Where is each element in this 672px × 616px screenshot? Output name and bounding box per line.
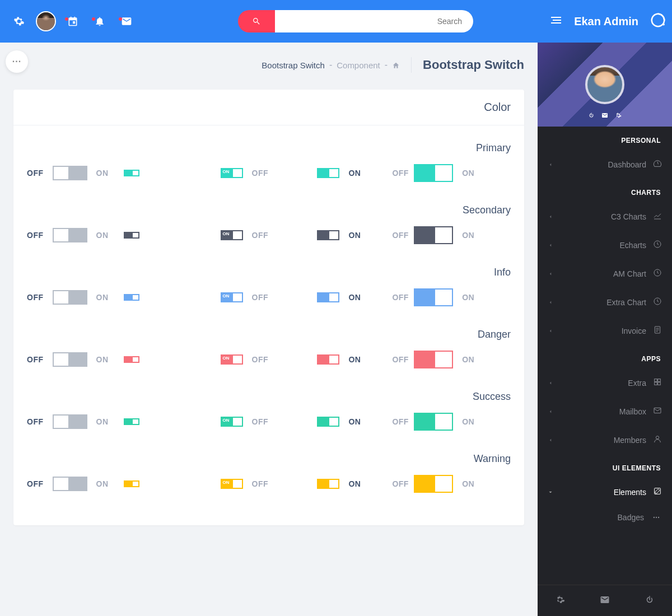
switch-knob [133, 419, 138, 424]
sidebar-item-extra[interactable]: Extra [538, 368, 672, 397]
bell-icon[interactable] [86, 8, 113, 35]
switch-toggle[interactable] [53, 352, 87, 367]
switch-toggle[interactable] [317, 417, 339, 427]
sidebar-item-invoice[interactable]: Invoice [538, 316, 672, 345]
switch-toggle[interactable] [53, 477, 87, 491]
switch-cell [124, 356, 221, 363]
sidebar-label: Mailbox [619, 407, 646, 416]
switch-toggle[interactable]: ON [221, 230, 243, 240]
switch-toggle[interactable] [414, 164, 453, 182]
switch-toggle[interactable] [317, 230, 339, 240]
main-content: ··· Bootstrap Switch - Component - Boots… [0, 43, 538, 616]
section-title: Danger [27, 329, 511, 340]
switch-toggle[interactable] [414, 226, 453, 244]
chevron-left-icon [548, 379, 553, 388]
switch-label: ON [348, 169, 361, 178]
more-fab-button[interactable]: ··· [6, 50, 28, 73]
switch-label: ON [348, 355, 361, 364]
switch-label: ON [348, 479, 361, 488]
switch-cell: OFFON [27, 352, 124, 367]
switch-toggle[interactable] [124, 480, 139, 487]
sidebar-item-mailbox[interactable]: Mailbox [538, 397, 672, 426]
switch-toggle[interactable] [317, 168, 339, 178]
search-button[interactable] [238, 10, 275, 32]
switch-toggle[interactable] [53, 166, 87, 180]
clock-icon [653, 297, 662, 307]
mail-small-icon[interactable] [601, 111, 608, 121]
search-input[interactable] [275, 10, 473, 32]
settings-icon[interactable] [6, 8, 32, 35]
switch-knob [133, 171, 138, 175]
switch-label: ON [96, 169, 109, 178]
sidebar-label: Extra [628, 379, 646, 388]
svg-rect-9 [658, 382, 661, 385]
sidebar-item-members[interactable]: Members [538, 426, 672, 454]
switch-toggle[interactable] [53, 414, 87, 429]
switch-toggle[interactable] [414, 351, 453, 368]
switch-cell: OFFON [27, 290, 124, 305]
switch-cell: ON [414, 226, 511, 244]
switch-label: ON [96, 479, 109, 488]
switch-toggle[interactable]: ON [221, 354, 243, 365]
switch-toggle[interactable]: ON [221, 168, 243, 178]
sidebar-item-elements[interactable]: Elements [538, 478, 672, 506]
switch-toggle[interactable] [317, 292, 339, 302]
switch-label: ON [462, 417, 474, 426]
menu-icon[interactable] [549, 13, 563, 29]
switch-cell: ONOFF [221, 354, 318, 365]
group-personal: PERSONAL [538, 127, 672, 150]
calendar-icon[interactable] [59, 8, 86, 35]
switch-toggle[interactable] [414, 288, 453, 306]
switch-knob [329, 231, 338, 239]
switch-toggle[interactable] [53, 290, 87, 305]
gear-icon[interactable] [555, 595, 565, 607]
chevron-left-icon [548, 298, 553, 307]
switch-toggle[interactable] [317, 354, 339, 365]
switch-toggle[interactable] [124, 232, 139, 239]
switch-toggle[interactable]: ON [221, 479, 243, 489]
gear-small-icon[interactable] [615, 111, 622, 121]
user-avatar-large[interactable] [585, 65, 624, 104]
power-icon[interactable] [588, 111, 595, 121]
sidebar-item-c3[interactable]: C3 Charts [538, 202, 672, 231]
switch-toggle[interactable]: ON [221, 417, 243, 427]
switch-toggle[interactable] [124, 356, 139, 363]
page-header: Bootstrap Switch - Component - Bootstrap… [13, 54, 524, 76]
group-charts: CHARTS [538, 179, 672, 202]
sidebar-item-am[interactable]: AM Chart [538, 259, 672, 288]
brand-logo-icon[interactable] [650, 12, 666, 31]
switch-label: OFF [27, 479, 44, 488]
sidebar-item-extrac[interactable]: Extra Chart [538, 288, 672, 316]
switch-cell: ONOFF [221, 417, 318, 427]
switch-toggle[interactable]: ON [221, 292, 243, 302]
breadcrumb-item[interactable]: Bootstrap Switch [262, 60, 325, 70]
sidebar-item-dashboard[interactable]: Dashboard [538, 150, 672, 179]
switch-cell: OFFON [27, 414, 124, 429]
header-left-icons [6, 8, 140, 35]
switch-cell [124, 418, 221, 425]
switch-toggle[interactable] [124, 294, 139, 301]
breadcrumb-item[interactable]: Component [337, 60, 380, 70]
sidebar-item-echarts[interactable]: Echarts [538, 231, 672, 259]
switch-label: OFF [392, 479, 409, 488]
switch-toggle[interactable] [414, 413, 453, 431]
switch-label: OFF [27, 293, 44, 302]
switch-toggle[interactable] [124, 170, 139, 176]
power-icon[interactable] [645, 595, 655, 607]
switch-toggle[interactable] [414, 475, 453, 493]
switch-inner-label: ON [223, 293, 230, 298]
switch-toggle[interactable] [317, 479, 339, 489]
envelope-icon[interactable] [600, 595, 610, 607]
user-avatar-small[interactable] [32, 8, 59, 35]
sidebar-subitem-badges[interactable]: Badges [538, 506, 672, 529]
switch-toggle[interactable] [53, 228, 87, 242]
switch-toggle[interactable] [124, 418, 139, 425]
mail-icon[interactable] [113, 8, 140, 35]
switch-knob [233, 480, 242, 488]
home-icon[interactable] [392, 60, 400, 70]
breadcrumb-sep: - [385, 60, 388, 70]
switch-inner-label: ON [223, 356, 230, 361]
card-body: PrimaryOFFONONOFFONOFFONSecondaryOFFONON… [13, 125, 524, 525]
switch-label: OFF [27, 417, 44, 426]
switch-cell [124, 232, 221, 239]
